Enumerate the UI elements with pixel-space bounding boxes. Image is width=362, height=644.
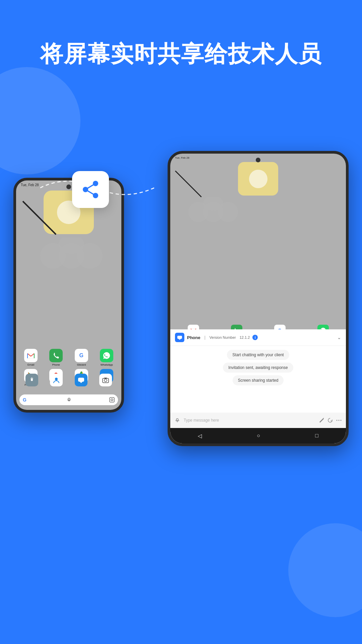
left-phone-search: G bbox=[19, 394, 118, 405]
page-title: 将屏幕实时共享给技术人员 bbox=[0, 40, 362, 68]
right-phone-nav: ◁ ○ □ bbox=[170, 428, 346, 443]
stylus-icon[interactable] bbox=[318, 417, 324, 423]
chat-overlay: Phone | Version Number 12.1.2 i ⌄ Start … bbox=[170, 329, 346, 443]
wallpaper-circle-sm bbox=[249, 170, 267, 188]
diagonal-line-sm bbox=[175, 170, 202, 197]
chat-mic-icon[interactable] bbox=[174, 417, 180, 423]
right-phone-screen: Tue, Feb 28 bbox=[170, 154, 346, 443]
svg-rect-28 bbox=[110, 397, 114, 402]
app-label-gmail: Gmail bbox=[27, 363, 34, 366]
dock-settings[interactable] bbox=[25, 374, 38, 386]
left-phone: Tue, Feb 28 bbox=[13, 178, 124, 413]
dock-camera[interactable] bbox=[99, 374, 112, 386]
svg-point-26 bbox=[68, 398, 70, 400]
refresh-icon[interactable] bbox=[327, 417, 333, 423]
app-label-whatsapp: WhatsApp bbox=[101, 363, 113, 366]
app-gmail[interactable]: Gmail bbox=[21, 349, 40, 366]
info-icon[interactable]: i bbox=[252, 335, 258, 340]
svg-point-20 bbox=[55, 378, 58, 380]
pipe-separator: | bbox=[204, 335, 205, 340]
svg-line-4 bbox=[85, 190, 96, 196]
app-row-1: Gmail Phone G Gboard WhatsApp bbox=[18, 349, 119, 366]
svg-text:G: G bbox=[23, 397, 26, 402]
clover-shape bbox=[35, 237, 108, 272]
chat-version: 12.1.2 bbox=[240, 335, 250, 339]
chat-messages: Start chatting with your client Invitati… bbox=[170, 346, 346, 389]
clover-shape-right bbox=[184, 197, 242, 225]
svg-rect-50 bbox=[177, 336, 182, 339]
left-phone-camera bbox=[66, 184, 71, 189]
dock-contacts[interactable] bbox=[50, 374, 63, 386]
share-icon bbox=[80, 179, 101, 200]
nav-home[interactable]: ○ bbox=[257, 433, 260, 439]
nav-back[interactable]: ◁ bbox=[198, 433, 202, 439]
chat-version-label: Version Number bbox=[209, 335, 236, 339]
chat-message-1: Start chatting with your client bbox=[227, 350, 289, 360]
svg-point-23 bbox=[104, 379, 107, 382]
right-phone-camera bbox=[256, 158, 260, 162]
google-g-icon: G bbox=[23, 397, 29, 403]
svg-point-55 bbox=[341, 420, 342, 421]
mic-icon-left bbox=[66, 397, 72, 402]
phones-container: Tue, Feb 28 bbox=[13, 151, 349, 644]
svg-rect-21 bbox=[78, 378, 84, 382]
dock-messages[interactable] bbox=[75, 374, 87, 386]
chat-message-2: Invitation sent, awaiting response bbox=[223, 363, 293, 373]
app-label-phone: Phone bbox=[52, 363, 60, 366]
chat-input-actions bbox=[318, 417, 342, 423]
right-phone-status: Tue, Feb 28 bbox=[175, 156, 189, 159]
left-phone-dock bbox=[19, 374, 118, 386]
svg-point-54 bbox=[339, 420, 340, 421]
app-phone[interactable]: Phone bbox=[47, 349, 65, 366]
chat-input-bar: Type message here bbox=[170, 413, 346, 428]
svg-point-29 bbox=[111, 399, 113, 401]
chat-app-name: Phone bbox=[187, 335, 200, 340]
chat-app-icon bbox=[175, 333, 184, 342]
more-icon[interactable] bbox=[336, 417, 342, 423]
left-phone-screen: Tue, Feb 28 bbox=[16, 180, 121, 410]
svg-line-3 bbox=[85, 183, 96, 190]
right-phone: Tue, Feb 28 bbox=[168, 151, 349, 446]
app-label-gboard: Gboard bbox=[77, 363, 86, 366]
svg-point-51 bbox=[176, 419, 178, 421]
chat-message-3: Screen sharing started bbox=[233, 375, 284, 385]
lens-icon-left bbox=[109, 397, 115, 402]
chevron-icon[interactable]: ⌄ bbox=[337, 335, 341, 340]
left-phone-status: Tue, Feb 28 bbox=[21, 183, 39, 187]
svg-rect-24 bbox=[104, 378, 107, 379]
chat-input-placeholder[interactable]: Type message here bbox=[184, 418, 315, 423]
app-whatsapp[interactable]: WhatsApp bbox=[97, 349, 116, 366]
chat-header: Phone | Version Number 12.1.2 i ⌄ bbox=[170, 329, 346, 346]
nav-recents[interactable]: □ bbox=[315, 433, 318, 439]
right-phone-wallpaper bbox=[238, 162, 278, 196]
app-gboard[interactable]: G Gboard bbox=[72, 349, 91, 366]
share-icon-container bbox=[72, 171, 109, 208]
svg-point-53 bbox=[337, 420, 338, 421]
